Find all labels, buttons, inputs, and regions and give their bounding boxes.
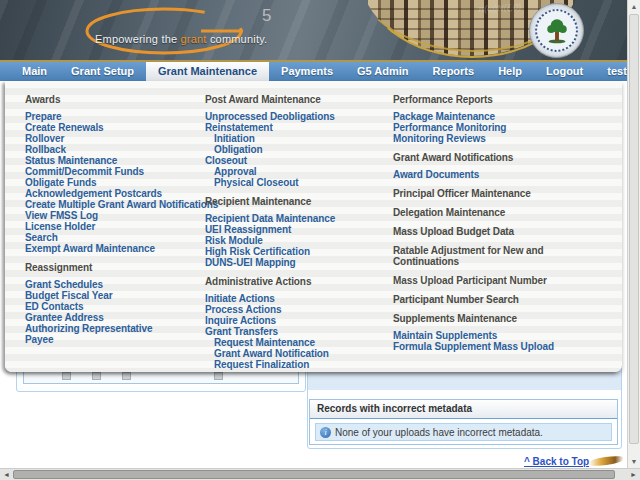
menu-link-acknowledgement-postcards[interactable]: Acknowledgement Postcards [25, 188, 200, 199]
menu-link-closeout[interactable]: Closeout [205, 155, 390, 166]
menu-group-header-delegation-maintenance: Delegation Maintenance [393, 207, 568, 218]
menu-link-obligation[interactable]: Obligation [205, 144, 390, 155]
menu-link-recipient-data-maintenance[interactable]: Recipient Data Maintenance [205, 213, 390, 224]
menu-link-budget-fiscal-year[interactable]: Budget Fiscal Year [25, 290, 200, 301]
menu-link-ed-contacts[interactable]: ED Contacts [25, 301, 200, 312]
menu-link-grant-schedules[interactable]: Grant Schedules [25, 279, 200, 290]
nav-item-grant-maintenance[interactable]: Grant Maintenance [146, 62, 269, 81]
nav-item-g5-admin[interactable]: G5 Admin [345, 62, 421, 81]
nav-item-help[interactable]: Help [486, 62, 534, 81]
tagline: Empowering the grant community. [95, 33, 267, 45]
menu-group-header-performance-reports: Performance Reports [393, 94, 568, 105]
menu-link-license-holder[interactable]: License Holder [25, 221, 200, 232]
menu-link-grantee-address[interactable]: Grantee Address [25, 312, 200, 323]
menu-link-payee[interactable]: Payee [25, 334, 200, 345]
records-panel-title: Records with incorrect metadata [310, 400, 617, 419]
nav-item-payments[interactable]: Payments [269, 62, 345, 81]
seal-inner-ring [535, 9, 578, 52]
horizontal-scrollbar[interactable]: ◄ ► [0, 468, 640, 480]
scroll-left-arrow-icon[interactable]: ◄ [0, 469, 13, 480]
records-metadata-panel: Records with incorrect metadata i None o… [309, 399, 618, 445]
grant-maintenance-menu: AwardsPrepareCreate RenewalsRolloverRoll… [5, 81, 622, 372]
menu-group-header-supplements-maintenance: Supplements Maintenance [393, 313, 568, 324]
menu-link-initiate-actions[interactable]: Initiate Actions [205, 293, 390, 304]
menu-link-obligate-funds[interactable]: Obligate Funds [25, 177, 200, 188]
menu-group-header-participant-number-search: Participant Number Search [393, 294, 568, 305]
scroll-up-arrow-icon[interactable]: ▲ [628, 0, 640, 13]
menu-link-uei-reassignment[interactable]: UEI Reassignment [205, 224, 390, 235]
nav-item-logout[interactable]: Logout [534, 62, 595, 81]
nav-item-grant-setup[interactable]: Grant Setup [59, 62, 146, 81]
records-panel-body: i None of your uploads have incorrect me… [310, 419, 617, 445]
menu-column-3: Performance ReportsPackage MaintenancePe… [393, 86, 568, 352]
menu-link-package-maintenance[interactable]: Package Maintenance [393, 111, 568, 122]
menu-link-grant-award-notification[interactable]: Grant Award Notification [205, 348, 390, 359]
menu-link-authorizing-representative[interactable]: Authorizing Representative [25, 323, 200, 334]
menu-link-physical-closeout[interactable]: Physical Closeout [205, 177, 390, 188]
menu-link-formula-supplement-mass-upload[interactable]: Formula Supplement Mass Upload [393, 341, 568, 352]
menu-link-rollback[interactable]: Rollback [25, 144, 200, 155]
vertical-scrollbar[interactable]: ▲ ▼ [627, 0, 640, 468]
menu-link-reinstatement[interactable]: Reinstatement [205, 122, 390, 133]
menu-link-create-multiple-grant-award-notifications[interactable]: Create Multiple Grant Award Notification… [25, 199, 200, 210]
menu-link-create-renewals[interactable]: Create Renewals [25, 122, 200, 133]
menu-link-grant-transfers[interactable]: Grant Transfers [205, 326, 390, 337]
toolbar-glyph [122, 372, 131, 380]
menu-link-approval[interactable]: Approval [205, 166, 390, 177]
menu-link-commit-decommit-funds[interactable]: Commit/Decommit Funds [25, 166, 200, 177]
info-icon: i [320, 427, 331, 438]
menu-group-header-administrative-actions: Administrative Actions [205, 276, 390, 287]
banner: π(ω)N(ξ,0) 5 Empowering the grant commun… [0, 0, 627, 60]
menu-group-header-mass-upload-budget-data: Mass Upload Budget Data [393, 226, 568, 237]
tagline-highlight: grant [181, 33, 207, 45]
menu-link-performance-monitoring[interactable]: Performance Monitoring [393, 122, 568, 133]
menu-link-award-documents[interactable]: Award Documents [393, 169, 568, 180]
g5-application-window: π(ω)N(ξ,0) 5 Empowering the grant commun… [0, 0, 640, 480]
menu-column-1: AwardsPrepareCreate RenewalsRolloverRoll… [25, 86, 200, 345]
toolbar-glyph [92, 372, 101, 380]
back-to-top-link[interactable]: ^ Back to Top [524, 456, 589, 467]
g5-logo-five: 5 [262, 6, 271, 26]
menu-link-inquire-actions[interactable]: Inquire Actions [205, 315, 390, 326]
menu-group-header-principal-officer-maintenance: Principal Officer Maintenance [393, 188, 568, 199]
menu-link-view-fmss-log[interactable]: View FMSS Log [25, 210, 200, 221]
menu-link-duns-uei-mapping[interactable]: DUNS-UEI Mapping [205, 257, 390, 268]
menu-link-search[interactable]: Search [25, 232, 200, 243]
seal-tree-icon [544, 17, 570, 45]
records-message-bar: i None of your uploads have incorrect me… [315, 423, 612, 441]
menu-link-risk-module[interactable]: Risk Module [205, 235, 390, 246]
menu-link-high-risk-certification[interactable]: High Risk Certification [205, 246, 390, 257]
menu-link-monitoring-reviews[interactable]: Monitoring Reviews [393, 133, 568, 144]
menu-group-header-ratable-adjustment-for-new-and-continuations: Ratable Adjustment for New and Continuat… [393, 245, 568, 267]
vertical-scrollbar-thumb[interactable] [629, 14, 639, 444]
horizontal-scrollbar-thumb[interactable] [13, 470, 615, 479]
menu-link-initiation[interactable]: Initiation [205, 133, 390, 144]
menu-link-status-maintenance[interactable]: Status Maintenance [25, 155, 200, 166]
toolbar-glyph [62, 372, 71, 380]
nav-bar: MainGrant SetupGrant MaintenancePayments… [0, 60, 627, 81]
menu-link-request-finalization[interactable]: Request Finalization [205, 359, 390, 370]
nav-item-reports[interactable]: Reports [421, 62, 487, 81]
menu-group-header-recipient-maintenance: Recipient Maintenance [205, 196, 390, 207]
menu-link-request-maintenance[interactable]: Request Maintenance [205, 337, 390, 348]
nav-item-main[interactable]: Main [10, 62, 59, 81]
menu-link-exempt-award-maintenance[interactable]: Exempt Award Maintenance [25, 243, 200, 254]
menu-link-rollover[interactable]: Rollover [25, 133, 200, 144]
department-of-education-seal [529, 3, 584, 58]
menu-link-maintain-supplements[interactable]: Maintain Supplements [393, 330, 568, 341]
toolbar-glyph [214, 372, 223, 380]
tagline-suffix: community. [207, 33, 268, 45]
menu-column-2: Post Award MaintenanceUnprocessed Deobli… [205, 86, 390, 370]
scroll-down-arrow-icon[interactable]: ▼ [628, 455, 640, 468]
menu-group-header-reassignment: Reassignment [25, 262, 200, 273]
menu-link-process-actions[interactable]: Process Actions [205, 304, 390, 315]
menu-group-header-grant-award-notifications: Grant Award Notifications [393, 152, 568, 163]
tagline-prefix: Empowering the [95, 33, 181, 45]
menu-link-prepare[interactable]: Prepare [25, 111, 200, 122]
menu-group-header-awards: Awards [25, 94, 200, 105]
records-message-text: None of your uploads have incorrect meta… [335, 427, 543, 438]
menu-group-header-mass-upload-participant-number: Mass Upload Participant Number [393, 275, 568, 286]
menu-link-unprocessed-deobligations[interactable]: Unprocessed Deobligations [205, 111, 390, 122]
scroll-right-arrow-icon[interactable]: ► [627, 469, 640, 480]
menu-group-header-post-award-maintenance: Post Award Maintenance [205, 94, 390, 105]
